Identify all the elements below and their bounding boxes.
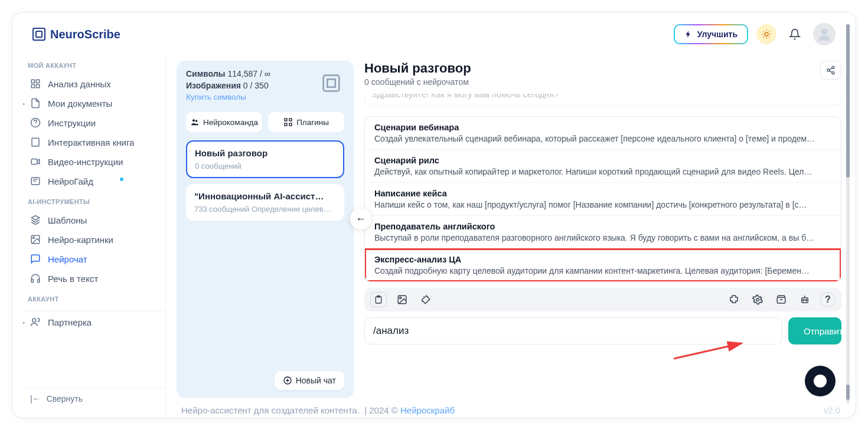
svg-rect-19 — [285, 119, 287, 121]
suggestion-item[interactable]: Сценарии вебинара Создай увлекательный с… — [365, 117, 841, 150]
bell-icon — [789, 28, 801, 40]
collapse-sidebar-button[interactable]: |← Свернуть — [23, 388, 165, 409]
upgrade-button[interactable]: Улучшить — [674, 24, 748, 44]
chat-area: ← Новый разговор 0 сообщений с нейрочато… — [361, 61, 845, 398]
headphones-icon — [30, 273, 41, 284]
sidebar-item-images[interactable]: Нейро-картинки — [23, 230, 162, 249]
suggestion-item-highlighted[interactable]: Экспресс-анализ ЦА Создай подробную карт… — [365, 249, 841, 281]
svg-rect-2 — [31, 80, 34, 83]
conversation-card[interactable]: "Инновационный AI-ассист… 733 сообщений … — [186, 184, 344, 221]
conversation-subtitle: 733 сообщений Определение целевы… — [194, 205, 336, 214]
archive-button[interactable] — [773, 292, 789, 307]
suggestion-item[interactable]: Преподаватель английского Выступай в рол… — [365, 216, 841, 249]
divider — [23, 311, 165, 311]
svg-point-11 — [33, 237, 35, 239]
notifications-button[interactable] — [785, 24, 805, 44]
robot-button[interactable] — [797, 292, 813, 307]
share-icon — [826, 65, 836, 75]
puzzle-icon — [729, 294, 739, 305]
robot-icon — [800, 294, 810, 305]
svg-rect-7 — [32, 138, 39, 146]
sidebar-item-book[interactable]: Интерактивная книга — [23, 133, 162, 152]
grid-icon — [30, 78, 41, 89]
svg-rect-33 — [777, 297, 785, 303]
settings-button[interactable] — [749, 292, 766, 307]
svg-point-14 — [32, 319, 36, 322]
tab-team[interactable]: Нейрокоманда — [186, 112, 262, 132]
share-button[interactable] — [820, 61, 841, 80]
sidebar-item-chat[interactable]: Нейрочат — [23, 250, 162, 268]
team-icon — [190, 117, 200, 127]
sidebar-label: Нейро-картинки — [48, 235, 113, 245]
tab-plugins[interactable]: Плагины — [268, 112, 344, 132]
sidebar-label: Нейрочат — [48, 254, 87, 264]
attach-clipboard-button[interactable] — [370, 292, 387, 307]
svg-point-25 — [827, 69, 830, 71]
svg-point-32 — [756, 298, 759, 301]
svg-line-27 — [674, 343, 742, 359]
send-button[interactable]: Отправить — [788, 317, 841, 344]
inbox-icon — [776, 294, 787, 305]
sun-icon — [761, 29, 772, 40]
logo-icon — [32, 28, 45, 41]
wand-icon — [420, 294, 431, 305]
suggestion-desc: Действуй, как опытный копирайтер и марке… — [374, 167, 831, 176]
help-icon — [30, 117, 41, 128]
upgrade-label: Улучшить — [697, 29, 738, 39]
svg-point-24 — [832, 66, 834, 68]
back-button[interactable]: ← — [350, 208, 371, 229]
book-icon — [30, 137, 41, 147]
svg-point-18 — [195, 120, 197, 122]
question-icon: ? — [825, 294, 831, 305]
footer: Нейро-ассистент для создателей контента.… — [166, 398, 856, 415]
conversations-list: Новый разговор 0 сообщений "Инновационны… — [186, 140, 344, 371]
sidebar-item-video[interactable]: Видео-инструкции — [23, 152, 162, 171]
footer-link[interactable]: Нейроскрайб — [400, 405, 455, 415]
sidebar-item-affiliate[interactable]: ▶ Партнерка — [23, 313, 162, 331]
suggestion-item[interactable]: Написание кейса Напиши кейс о том, как н… — [365, 183, 841, 216]
help-button[interactable]: ? — [820, 292, 836, 307]
sidebar-item-analytics[interactable]: Анализ данных — [23, 74, 162, 93]
svg-point-17 — [192, 119, 195, 122]
new-chat-button[interactable]: Новый чат — [275, 371, 344, 390]
suggestion-item[interactable]: Сценарий рилс Действуй, как опытный копи… — [365, 150, 841, 183]
notification-dot — [120, 178, 123, 181]
attach-image-button[interactable] — [394, 292, 410, 307]
file-icon — [30, 98, 41, 109]
sidebar-item-stt[interactable]: Речь в текст — [23, 269, 162, 288]
sidebar-item-instructions[interactable]: Инструкции — [23, 113, 162, 132]
suggestions-list: Сценарии вебинара Создай увлекательный с… — [364, 116, 841, 282]
floating-chat-button[interactable] — [805, 366, 836, 396]
version-label: v2.0 — [824, 405, 840, 415]
svg-point-36 — [805, 300, 807, 301]
suggestion-title: Сценарий рилс — [374, 156, 831, 165]
chat-title: Новый разговор — [364, 61, 471, 76]
theme-toggle[interactable] — [756, 24, 776, 44]
sidebar-label: Мои документы — [48, 99, 112, 109]
app-frame: NeuroScribe Улучшить МОЙ АККАУНТ — [12, 12, 856, 418]
svg-rect-12 — [31, 280, 33, 283]
svg-rect-4 — [31, 85, 34, 88]
sidebar-heading-ai: AI-ИНСТРУМЕНТЫ — [23, 191, 165, 210]
sidebar-item-guide[interactable]: НейроГайд — [23, 172, 162, 191]
svg-rect-20 — [289, 119, 292, 121]
user-avatar[interactable] — [813, 23, 836, 45]
chat-input[interactable] — [364, 317, 782, 344]
sidebar-item-templates[interactable]: Шаблоны — [23, 211, 162, 229]
svg-rect-8 — [31, 159, 37, 165]
sidebar-label: НейроГайд — [48, 176, 93, 186]
brand-name-bold: Neuro — [50, 28, 84, 41]
sidebar-item-docs[interactable]: ▶ Мои документы — [23, 94, 162, 113]
ext-button[interactable] — [726, 292, 742, 307]
conversations-panel: Символы 114,587 / ∞ Изображения 0 / 350 … — [177, 61, 354, 398]
brand-logo[interactable]: NeuroScribe — [32, 28, 120, 41]
magic-button[interactable] — [417, 292, 434, 307]
conversation-card[interactable]: Новый разговор 0 сообщений — [186, 140, 344, 178]
suggestion-title: Сценарии вебинара — [374, 123, 831, 132]
cube-icon — [317, 69, 345, 97]
sidebar-label: Интерактивная книга — [48, 137, 134, 147]
tab-label: Нейрокоманда — [203, 118, 258, 127]
collapse-label: Свернуть — [47, 394, 83, 403]
sidebar-label: Партнерка — [48, 317, 92, 327]
svg-point-26 — [832, 72, 834, 74]
